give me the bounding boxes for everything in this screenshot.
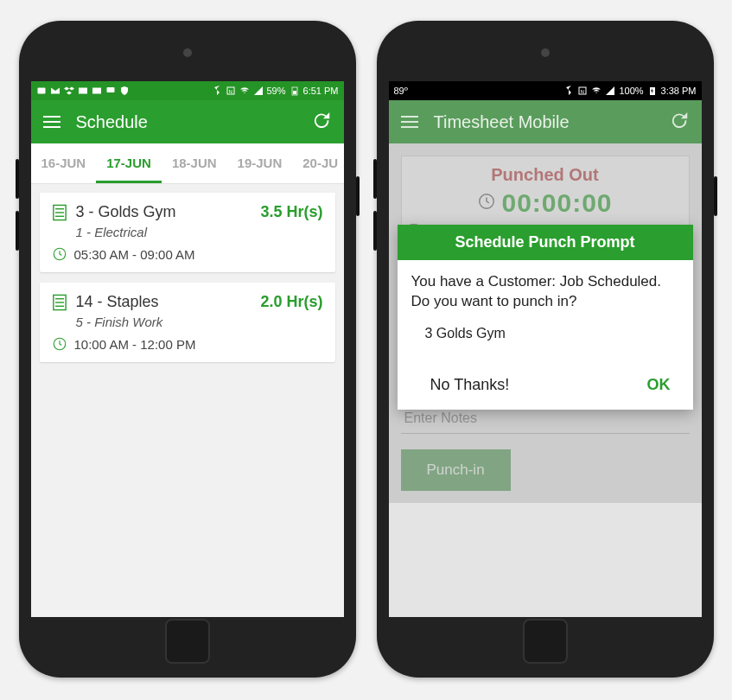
job-task: 5 - Finish Work [76, 315, 323, 329]
svg-rect-0 [37, 88, 45, 94]
refresh-icon[interactable] [671, 112, 690, 131]
battery-charging-icon [647, 86, 658, 96]
clock-icon [52, 336, 67, 352]
status-time: 3:38 PM [661, 86, 697, 96]
ok-button[interactable]: OK [642, 372, 676, 398]
app-bar: Timesheet Mobile [389, 100, 702, 143]
job-hours: 2.0 Hr(s) [260, 293, 322, 311]
date-tabs: 16-JUN 17-JUN 18-JUN 19-JUN 20-JU [31, 143, 344, 184]
chat-icon [105, 86, 116, 96]
dialog-title: Schedule Punch Prompt [398, 225, 693, 260]
mail-icon-2 [78, 86, 88, 96]
job-title: 3 - Golds Gym [76, 203, 252, 221]
app-indicator-icon [36, 86, 47, 96]
screen-right: 89º N 100% 3:38 PM Timesheet Mobile Punc… [389, 81, 702, 617]
phone-frame-left: N 59% 6:51 PM Schedule 16-JUN 17-JUN 18-… [19, 21, 356, 678]
job-list-icon [52, 204, 67, 221]
wifi-icon [239, 86, 250, 96]
status-time: 6:51 PM [303, 86, 339, 96]
mail-icon-3 [92, 86, 102, 96]
signal-icon [605, 86, 615, 96]
status-bar: 89º N 100% 3:38 PM [389, 81, 702, 100]
screen-left: N 59% 6:51 PM Schedule 16-JUN 17-JUN 18-… [31, 81, 344, 617]
app-title: Schedule [76, 112, 148, 132]
bluetooth-icon [563, 86, 574, 96]
app-title: Timesheet Mobile [434, 112, 570, 132]
status-temperature: 89º [394, 86, 408, 96]
date-tab-19[interactable]: 19-JUN [227, 143, 293, 183]
main-panel: Punched Out 00:00:00 T W C Ta Notes Punc… [389, 143, 702, 503]
nfc-icon: N [226, 86, 236, 96]
dialog-customer-name: 3 Golds Gym [398, 317, 693, 367]
clock-icon [52, 246, 67, 262]
svg-text:N: N [581, 89, 584, 94]
battery-percent: 100% [619, 86, 643, 96]
job-time-range: 10:00 AM - 12:00 PM [74, 337, 196, 352]
svg-text:N: N [228, 89, 232, 94]
date-tab-16[interactable]: 16-JUN [31, 143, 97, 183]
date-tab-20[interactable]: 20-JU [292, 143, 343, 183]
shield-icon [119, 86, 130, 96]
no-thanks-button[interactable]: No Thanks! [425, 372, 515, 398]
job-list-icon [52, 294, 67, 311]
svg-rect-1 [106, 87, 114, 92]
phone-frame-right: 89º N 100% 3:38 PM Timesheet Mobile Punc… [377, 21, 714, 678]
wifi-icon [591, 86, 602, 96]
nfc-icon: N [577, 86, 588, 96]
battery-icon [290, 86, 300, 96]
schedule-list: 3 - Golds Gym 3.5 Hr(s) 1 - Electrical 0… [31, 184, 344, 381]
job-time-range: 05:30 AM - 09:00 AM [74, 247, 195, 262]
dropbox-icon [64, 86, 74, 96]
signal-icon [253, 86, 264, 96]
menu-icon[interactable] [401, 116, 418, 128]
status-bar: N 59% 6:51 PM [31, 81, 344, 100]
bluetooth-icon [212, 86, 222, 96]
svg-rect-5 [293, 91, 296, 94]
job-card[interactable]: 14 - Staples 2.0 Hr(s) 5 - Finish Work 1… [40, 283, 335, 362]
mail-icon [50, 86, 60, 96]
schedule-punch-dialog: Schedule Punch Prompt You have a Custome… [398, 225, 693, 410]
job-title: 14 - Staples [76, 293, 252, 311]
date-tab-18[interactable]: 18-JUN [162, 143, 227, 183]
refresh-icon[interactable] [313, 112, 332, 131]
date-tab-17[interactable]: 17-JUN [96, 143, 162, 183]
app-bar: Schedule [31, 100, 344, 143]
menu-icon[interactable] [43, 116, 60, 128]
job-card[interactable]: 3 - Golds Gym 3.5 Hr(s) 1 - Electrical 0… [40, 193, 335, 272]
job-hours: 3.5 Hr(s) [260, 203, 322, 221]
battery-percent: 59% [267, 86, 286, 96]
job-task: 1 - Electrical [76, 225, 323, 239]
dialog-message: You have a Customer: Job Scheduled. Do y… [398, 260, 693, 317]
